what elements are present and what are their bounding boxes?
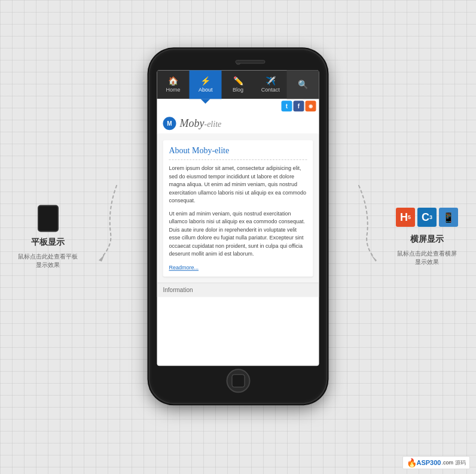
phone-screen: 🏠 Home ⚡ About ✏️ Blog ✈️ Contact (157, 70, 319, 366)
landscape-sublabel: 鼠标点击此处查看横屏显示效果 (397, 250, 457, 266)
landscape-label: 横屏显示 (410, 234, 444, 245)
phone-device: 🏠 Home ⚡ About ✏️ Blog ✈️ Contact (150, 50, 327, 403)
tech-icons-group: H5 C3 📱 (396, 208, 458, 227)
nav-contact-label: Contact (261, 87, 280, 93)
brand-name: Moby (180, 117, 205, 129)
nav-blog[interactable]: ✏️ Blog (222, 70, 254, 99)
nav-blog-label: Blog (233, 87, 243, 93)
asp300-suffix: .com (441, 460, 453, 466)
html5-icon: H5 (396, 208, 415, 227)
facebook-icon[interactable]: f (294, 101, 304, 111)
asp-flame-icon: 🔥 (407, 458, 417, 467)
about-icon: ⚡ (200, 76, 210, 86)
footer-label: Information (163, 287, 193, 293)
tablet-icon (38, 205, 59, 232)
nav-contact[interactable]: ✈️ Contact (254, 70, 286, 99)
logo-letter: M (167, 120, 172, 127)
tablet-sublabel: 鼠标点击此处查看平板显示效果 (18, 253, 78, 269)
readmore-link[interactable]: Readmore... (169, 265, 199, 271)
content-title: About Moby-elite (169, 146, 307, 156)
blog-icon: ✏️ (233, 76, 243, 86)
content-area: About Moby-elite Lorem ipsum dolor sit a… (157, 134, 319, 282)
logo-text: Moby-elite (180, 117, 222, 130)
social-bar: t f ◉ (157, 99, 319, 113)
brand-suffix: -elite (204, 120, 221, 129)
home-icon: 🏠 (168, 76, 178, 86)
content-paragraph-2: Ut enim ad minim veniam, quis nostrud ex… (169, 210, 307, 259)
svg-marker-1 (371, 254, 377, 262)
nav-about[interactable]: ⚡ About (190, 70, 222, 99)
nav-about-label: About (199, 87, 213, 93)
home-button[interactable] (226, 369, 250, 393)
asp300-text: ASP300 (417, 459, 441, 466)
phone-speaker (235, 60, 265, 63)
nav-home-label: Home (166, 87, 181, 93)
rss-icon[interactable]: ◉ (306, 101, 316, 111)
content-divider (169, 159, 307, 160)
content-paragraph-1: Lorem ipsum dolor sit amet, consectetur … (169, 165, 307, 205)
asp300-logo: 🔥 ASP300 .com 源码 (402, 456, 471, 469)
phone-top-bar (157, 57, 319, 70)
nav-indicator (201, 99, 210, 104)
home-button-inner (231, 374, 245, 387)
tablet-label: 平板显示 (31, 237, 65, 248)
nav-search[interactable]: 🔍 (286, 70, 319, 99)
landscape-display-section[interactable]: H5 C3 📱 横屏显示 鼠标点击此处查看横屏显示效果 (396, 208, 458, 266)
search-icon: 🔍 (298, 80, 308, 89)
info-footer: Information (157, 282, 319, 297)
phone-bottom-bar (157, 366, 319, 396)
asp300-desc: 源码 (455, 459, 466, 467)
tablet-display-section[interactable]: 平板显示 鼠标点击此处查看平板显示效果 (18, 205, 78, 269)
nav-bar: 🏠 Home ⚡ About ✏️ Blog ✈️ Contact (157, 70, 319, 99)
contact-icon: ✈️ (266, 76, 276, 86)
screen-content: 🏠 Home ⚡ About ✏️ Blog ✈️ Contact (157, 70, 319, 366)
svg-marker-0 (99, 254, 105, 262)
css3-icon: C3 (417, 208, 437, 227)
mobile-icon: 📱 (439, 208, 458, 227)
logo-icon: M (163, 117, 176, 130)
logo-area: M Moby-elite (157, 113, 319, 134)
content-card: About Moby-elite Lorem ipsum dolor sit a… (163, 140, 313, 276)
twitter-icon[interactable]: t (282, 101, 292, 111)
nav-home[interactable]: 🏠 Home (157, 70, 190, 99)
